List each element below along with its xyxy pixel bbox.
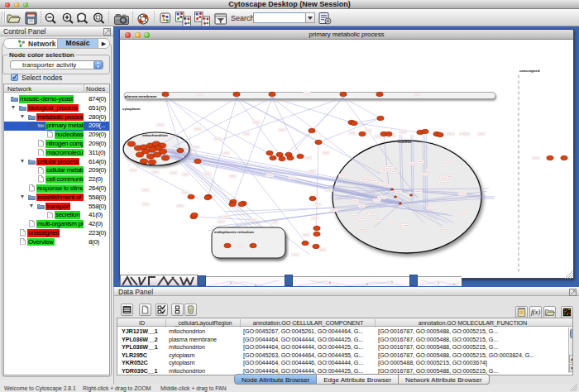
svg-text:plasma membrane: plasma membrane	[125, 94, 157, 98]
svg-text:cytoplasm: cytoplasm	[122, 107, 141, 111]
svg-text:unassigned: unassigned	[519, 69, 540, 73]
svg-text:mitochondrion: mitochondrion	[142, 133, 168, 137]
svg-text:endoplasmic reticulum: endoplasmic reticulum	[214, 230, 254, 234]
